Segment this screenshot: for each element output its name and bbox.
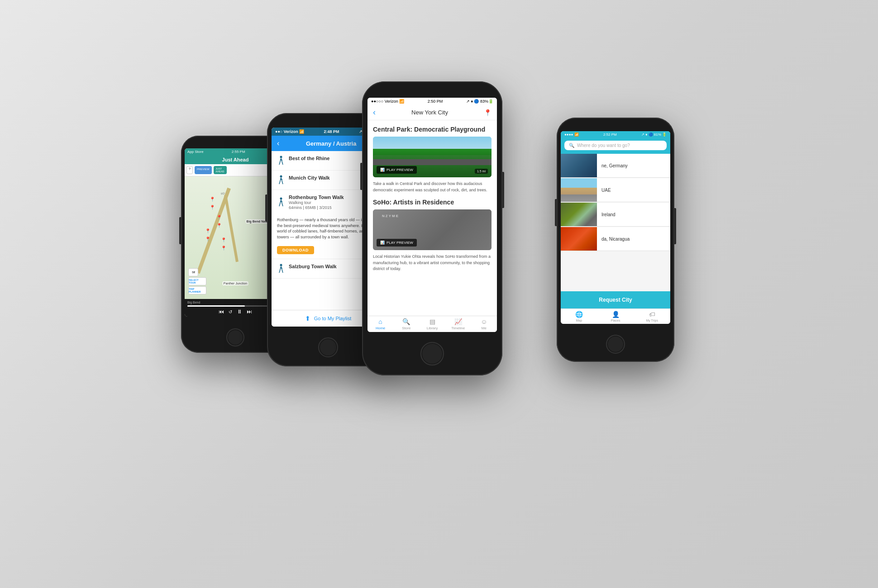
svg-line-16 xyxy=(282,203,283,206)
phone3-header: ‹ New York City 📍 xyxy=(367,105,497,120)
central-park-title: Central Park: Democratic Playground xyxy=(373,126,491,133)
rc-tab-map[interactable]: 🌐 Map xyxy=(561,311,597,322)
svg-line-22 xyxy=(282,270,283,273)
soho-desc: Local Historian Yukie Ohta reveals how S… xyxy=(373,254,491,272)
play-preview-btn-1[interactable]: 📊 PLAY PREVIEW xyxy=(377,166,417,174)
uae-thumbnail xyxy=(561,178,597,202)
phone3-battery: ↗ ♦ 🔵 83%🔋 xyxy=(466,99,493,104)
svg-point-18 xyxy=(280,264,282,266)
svg-line-15 xyxy=(279,203,280,206)
central-park-desc: Take a walk in Central Park and discover… xyxy=(373,181,491,193)
rc-item-ireland[interactable]: Ireland xyxy=(561,203,670,227)
map-control-btns: 🗺 SELECT TOUR TRIP PLANNER xyxy=(188,268,206,294)
playlist-button[interactable]: Go to My Playlist xyxy=(314,316,352,321)
svg-point-12 xyxy=(280,198,282,200)
back-button[interactable]: ‹ xyxy=(277,139,279,147)
home-icon: ⌂ xyxy=(378,318,382,325)
graffiti-text: NZYME xyxy=(382,214,399,218)
question-btn[interactable]: ? xyxy=(186,166,193,174)
phone2-home-button[interactable] xyxy=(318,337,338,357)
svg-line-21 xyxy=(279,270,280,273)
svg-point-6 xyxy=(280,175,282,178)
progress-fill xyxy=(187,305,245,307)
phone4-home-button[interactable] xyxy=(606,335,625,354)
tab-home[interactable]: ⌂ Home xyxy=(367,318,393,330)
rc-item-nicaragua[interactable]: da, Nicaragua xyxy=(561,227,670,251)
svg-line-11 xyxy=(280,179,282,180)
phone4-tab-bar: 🌐 Map 👤 Places 🏷 My Trips xyxy=(561,308,670,324)
phone2-time: 2:48 PM xyxy=(324,129,339,134)
park-path xyxy=(373,159,491,166)
svg-line-9 xyxy=(279,181,280,184)
rc-item-uae[interactable]: UAE xyxy=(561,178,670,202)
nicaragua-label: da, Nicaragua xyxy=(597,234,634,244)
phone4-search-bar: 🔍 Where do you want to go? xyxy=(561,138,670,154)
phone-request-city: ●●●● 📶 2:52 PM ↗ ♦ 🔵 81% 🔋 🔍 Where do yo… xyxy=(557,118,674,362)
just-ahead-btn[interactable]: JUSTAHEAD xyxy=(214,166,227,174)
ireland-thumbnail xyxy=(561,203,597,226)
map-road-2 xyxy=(224,195,239,262)
svg-line-5 xyxy=(280,160,282,160)
tab-store[interactable]: 🔍 Store xyxy=(393,318,419,330)
ireland-label: Ireland xyxy=(597,209,620,220)
replay-icon[interactable]: ↺ xyxy=(229,309,232,314)
trip-planner-btn[interactable]: TRIP PLANNER xyxy=(188,286,206,294)
phone2-carrier: ●●○ Verizon 📶 xyxy=(275,129,304,134)
phone4-battery: ↗ ♦ 🔵 81% 🔋 xyxy=(641,133,667,137)
phone-4-screen: ●●●● 📶 2:52 PM ↗ ♦ 🔵 81% 🔋 🔍 Where do yo… xyxy=(561,131,670,324)
duration-badge: 1.5 mi xyxy=(475,169,488,174)
location-icon: 📍 xyxy=(484,109,491,116)
me-icon: ☺ xyxy=(481,318,487,325)
timeline-icon: 📈 xyxy=(454,318,462,325)
map-pin-1: 📍 xyxy=(210,194,215,201)
svg-line-23 xyxy=(280,268,282,268)
fast-forward-icon[interactable]: ⏭ xyxy=(247,308,252,315)
phone3-home-button[interactable] xyxy=(420,342,444,365)
phone3-time: 2:50 PM xyxy=(428,99,443,104)
map-pin-3: 📍 xyxy=(205,226,210,232)
central-park-image: 📊 PLAY PREVIEW 1.5 mi xyxy=(373,137,491,177)
phone-newyork: ●●○○○ Verizon 📶 2:50 PM ↗ ♦ 🔵 83%🔋 ‹ New… xyxy=(362,81,502,375)
mytrips-icon: 🏷 xyxy=(649,311,655,318)
play-preview-btn-2[interactable]: 📊 PLAY PREVIEW xyxy=(377,239,417,247)
phone-3-screen: ●●○○○ Verizon 📶 2:50 PM ↗ ♦ 🔵 83%🔋 ‹ New… xyxy=(367,98,497,332)
tab-library[interactable]: ▤ Library xyxy=(419,318,445,330)
library-icon: ▤ xyxy=(429,318,435,325)
tab-timeline[interactable]: 📈 Timeline xyxy=(445,318,471,330)
nicaragua-thumbnail xyxy=(561,227,597,251)
rc-tab-mytrips[interactable]: 🏷 My Trips xyxy=(634,311,670,322)
tour-title-munich: Munich City Walk xyxy=(289,175,330,180)
map-icon: 🌐 xyxy=(575,311,583,318)
tab-me[interactable]: ☺ Me xyxy=(471,318,497,330)
preview-btn[interactable]: PREVIEW xyxy=(195,166,212,174)
svg-line-10 xyxy=(282,181,283,184)
download-button[interactable]: DOWNLOAD xyxy=(277,246,314,254)
select-tour-btn[interactable]: SELECT TOUR xyxy=(188,277,206,285)
rewind-icon[interactable]: ⏮ xyxy=(219,308,224,315)
phone3-status-bar: ●●○○○ Verizon 📶 2:50 PM ↗ ♦ 🔵 83%🔋 xyxy=(367,98,497,105)
request-city-button[interactable]: Request City xyxy=(561,291,670,308)
track-name: Big Bend xyxy=(187,301,200,304)
phone3-tab-bar: ⌂ Home 🔍 Store ▤ Library 📈 Timeline xyxy=(367,316,497,332)
phone4-status-bar: ●●●● 📶 2:52 PM ↗ ♦ 🔵 81% 🔋 xyxy=(561,131,670,138)
walk-icon-1 xyxy=(277,156,285,166)
rc-item-germany[interactable]: ne, Germany xyxy=(561,154,670,178)
pause-icon[interactable]: ⏸ xyxy=(237,308,242,315)
phone3-carrier: ●●○○○ Verizon 📶 xyxy=(371,99,404,104)
phone1-time: 2:55 PM xyxy=(232,150,245,154)
phone1-home-button[interactable] xyxy=(226,328,244,346)
svg-line-17 xyxy=(280,201,282,202)
tour-title-salzburg: Salzburg Town Walk xyxy=(289,264,337,269)
search-input[interactable]: 🔍 Where do you want to go? xyxy=(564,141,667,150)
germany-label: ne, Germany xyxy=(597,161,632,171)
store-icon: 🔍 xyxy=(402,318,410,325)
map-icon[interactable]: 🗺 xyxy=(188,268,198,276)
rc-tab-places[interactable]: 👤 Places xyxy=(597,311,634,322)
ny-city-title: New York City xyxy=(376,109,484,116)
park-sky xyxy=(373,137,491,149)
map-pin-2: 📍 xyxy=(216,213,222,219)
search-placeholder: Where do you want to go? xyxy=(577,143,630,148)
soho-image: NZYME 📊 PLAY PREVIEW xyxy=(373,209,491,250)
map-label-panther: Panther Junction xyxy=(223,281,248,285)
soho-title: SoHo: Artists in Residence xyxy=(373,199,491,206)
